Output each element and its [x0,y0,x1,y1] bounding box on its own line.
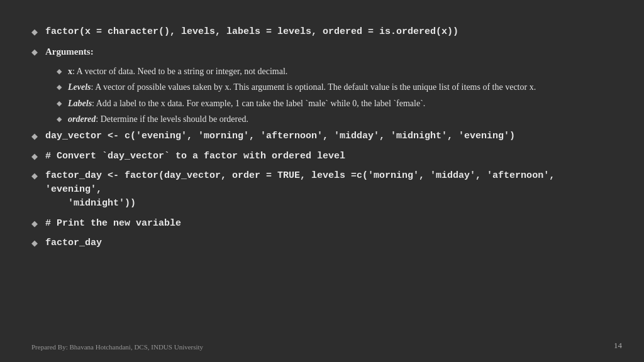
sub-ordered-label: ordered [68,114,96,124]
sub-ordered-text: ordered: Determine if the levels should … [68,113,613,126]
sub-labels-text: Labels: Add a label to the x data. For e… [68,97,613,110]
factor-day-print-text: factor_day [45,236,613,250]
bullet-arguments: ◆ Arguments: [31,45,613,59]
sub-x-text: x: A vector of data. Need to be a string… [68,65,613,78]
day-vector-text: day_vector <- c('evening', 'morning', 'a… [45,129,613,143]
diamond-icon-4: ◆ [31,151,38,163]
sub-labels-desc: : Add a label to the x data. For example… [92,99,425,108]
diamond-icon-3: ◆ [31,131,38,143]
sub-bullet-levels: ◆ Levels: A vector of possible values ta… [57,81,613,94]
sub-diamond-icon-levels: ◆ [57,82,62,92]
sub-levels-desc: : A vector of possible values taken by x… [91,82,536,92]
bullet-factor-signature: ◆ factor(x = character(), levels, labels… [31,25,613,39]
sub-bullet-labels: ◆ Labels: Add a label to the x data. For… [57,97,613,110]
diamond-icon-1: ◆ [31,26,38,38]
sub-bullet-ordered: ◆ ordered: Determine if the levels shoul… [57,113,613,126]
bullet-comment-print: ◆ # Print the new variable [31,217,613,231]
diamond-icon-2: ◆ [31,47,38,58]
sub-diamond-icon-ordered: ◆ [57,114,62,124]
bullet-factor-day-print: ◆ factor_day [31,236,613,250]
slide: ◆ factor(x = character(), levels, labels… [0,0,644,362]
factor-signature-text: factor(x = character(), levels, labels =… [45,25,613,39]
sub-diamond-icon-labels: ◆ [57,99,62,108]
sub-ordered-desc: : Determine if the levels should be orde… [96,114,248,124]
page-number: 14 [614,341,622,351]
comment-convert-text: # Convert `day_vector` to a factor with … [45,150,613,163]
sub-levels-text: Levels: A vector of possible values take… [68,81,613,94]
diamond-icon-6: ◆ [31,218,38,230]
bullet-comment-convert: ◆ # Convert `day_vector` to a factor wit… [31,150,613,163]
sub-x-desc: : A vector of data. Need to be a string … [72,67,287,76]
bullet-day-vector: ◆ day_vector <- c('evening', 'morning', … [31,129,613,143]
comment-print-text: # Print the new variable [45,217,613,231]
bullet-factor-day-assign: ◆ factor_day <- factor(day_vector, order… [31,169,613,210]
sub-diamond-icon-x: ◆ [57,67,62,76]
factor-day-assign-text: factor_day <- factor(day_vector, order =… [45,169,613,210]
arguments-label: Arguments: [45,45,613,59]
diamond-icon-7: ◆ [31,238,38,250]
sub-x-label: x [68,67,72,76]
sub-levels-label: Levels [68,82,91,92]
slide-content: ◆ factor(x = character(), levels, labels… [31,19,613,250]
diamond-icon-5: ◆ [31,170,38,182]
sub-bullet-x: ◆ x: A vector of data. Need to be a stri… [57,65,613,78]
sub-labels-label: Labels [68,99,92,108]
footer-text: Prepared By: Bhavana Hotchandani, DCS, I… [31,343,203,351]
